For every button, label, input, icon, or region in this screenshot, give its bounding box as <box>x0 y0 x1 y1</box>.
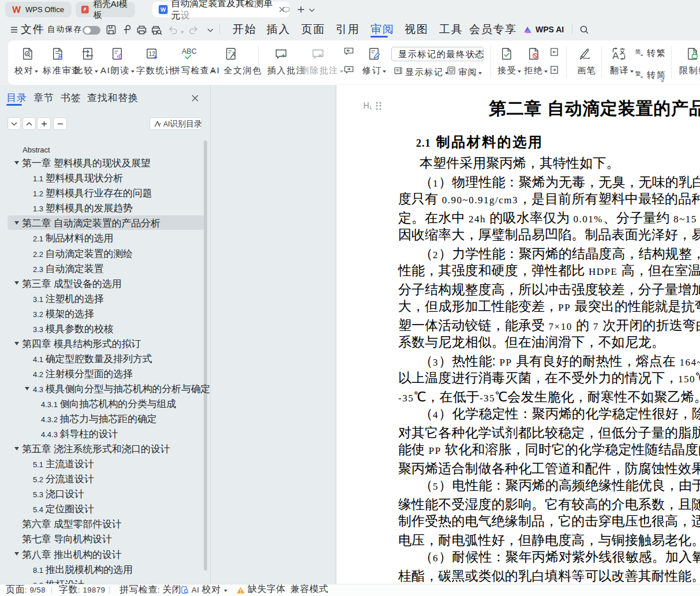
svg-text:12: 12 <box>149 50 156 57</box>
svg-text:简: 简 <box>635 49 641 55</box>
svg-text:1: 1 <box>369 105 372 109</box>
svg-text:ABC: ABC <box>182 47 197 55</box>
svg-text:繁: 繁 <box>635 70 641 77</box>
